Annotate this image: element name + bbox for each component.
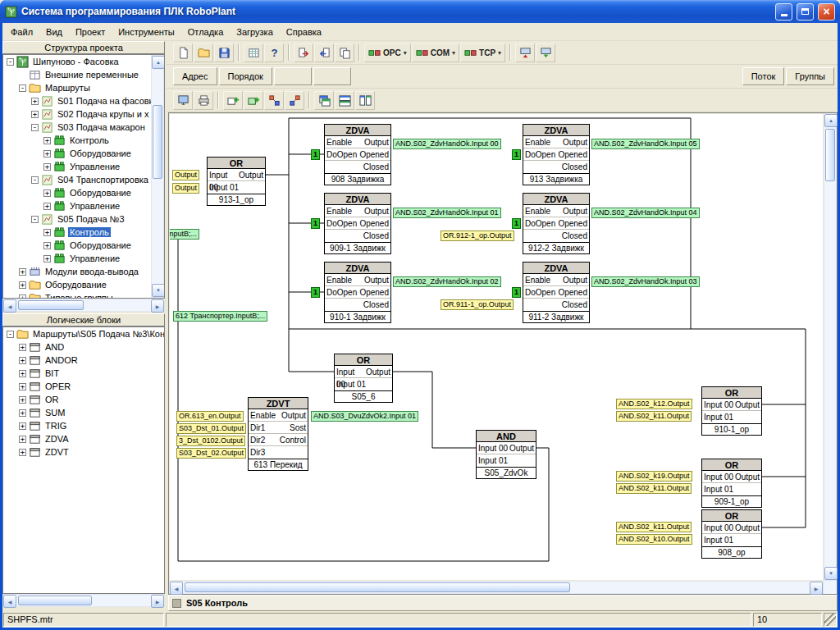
- constant-label[interactable]: 1: [311, 218, 320, 229]
- tree-label[interactable]: Маршруты: [43, 83, 92, 93]
- block-or-910-1-op[interactable]: ORInput 00OutputInput 01910-1_op: [701, 386, 762, 436]
- expand-icon[interactable]: +: [43, 242, 51, 249]
- signal-label[interactable]: AND.S02_ZdvHandOk.Input 01: [393, 208, 501, 218]
- page-bar[interactable]: S05 Контроль: [168, 595, 838, 611]
- import-doc-button[interactable]: [314, 43, 334, 62]
- tree-label[interactable]: S04 Транспортировка: [56, 175, 150, 185]
- horizontal-scrollbar[interactable]: ◀▶: [2, 299, 165, 312]
- block-zdva-909-1[interactable]: ZDVAEnableOutputDoOpenOpenedClosed909-1 …: [324, 193, 391, 254]
- expand-icon[interactable]: +: [19, 370, 26, 377]
- signal-label[interactable]: 3_Dst_0102.Output: [176, 436, 245, 446]
- tree-item[interactable]: +Оборудование: [3, 239, 151, 252]
- collapse-icon[interactable]: -: [19, 84, 26, 92]
- expand-icon[interactable]: +: [43, 137, 51, 144]
- read-plc-button[interactable]: [536, 43, 555, 62]
- scroll-thumb[interactable]: [185, 582, 570, 592]
- tree-label[interactable]: Оборудование: [68, 148, 133, 158]
- tree-label[interactable]: Оборудование: [68, 188, 133, 198]
- menu-project[interactable]: Проект: [69, 25, 112, 39]
- print-button[interactable]: [194, 91, 213, 110]
- title-bar[interactable]: Система программирования ПЛК RoboPlant ×: [0, 0, 840, 23]
- tree-label[interactable]: Модули ввода-вывода: [43, 267, 140, 276]
- diagram-canvas[interactable]: ORInput 00OutputInput 01913-1_opZDVAEnab…: [170, 114, 823, 580]
- tree-item[interactable]: +Оборудование: [3, 278, 151, 291]
- layout-vertical-button[interactable]: [355, 91, 375, 110]
- tree-label[interactable]: S02 Подача крупы и х: [56, 109, 151, 119]
- menu-file[interactable]: Файл: [4, 25, 39, 39]
- opc-dropdown[interactable]: OPC▾: [364, 43, 411, 62]
- tree-item[interactable]: -S04 Транспортировка: [3, 173, 151, 186]
- collapse-icon[interactable]: -: [7, 58, 14, 66]
- tree-item[interactable]: +Типовые группы: [3, 291, 151, 298]
- expand-icon[interactable]: +: [43, 229, 51, 236]
- signal-label[interactable]: OR.613_en.Output: [176, 411, 244, 422]
- block-zdva-912-2[interactable]: ZDVAEnableOutputDoOpenOpenedClosed912-2 …: [523, 193, 590, 254]
- constant-label[interactable]: 1: [512, 218, 521, 229]
- tree-label[interactable]: Контроль: [68, 135, 111, 145]
- layout-horizontal-button[interactable]: [335, 91, 354, 110]
- blank-button-1[interactable]: [274, 67, 312, 85]
- write-plc-button[interactable]: [515, 43, 535, 62]
- signal-label[interactable]: AND.S02_k10.Output: [616, 534, 692, 545]
- tree-item[interactable]: -S03 Подача макарон: [3, 121, 151, 134]
- collapse-icon[interactable]: -: [7, 331, 14, 338]
- signal-label[interactable]: AND.S02_k11.Output: [616, 522, 692, 532]
- tree-item[interactable]: +Управление: [3, 252, 151, 265]
- tree-item[interactable]: +Контроль: [3, 134, 151, 147]
- tree-label[interactable]: Оборудование: [68, 240, 133, 250]
- tree-label[interactable]: Внешние переменные: [43, 70, 140, 80]
- menu-tools[interactable]: Инструменты: [112, 25, 181, 39]
- groups-button[interactable]: Группы: [786, 67, 834, 85]
- export-doc-button[interactable]: [294, 43, 313, 62]
- block-zdva-913[interactable]: ZDVAEnableOutputDoOpenOpenedClosed913 За…: [523, 124, 590, 185]
- tree-item[interactable]: +Оборудование: [3, 186, 151, 199]
- signal-label[interactable]: AND.S02_k11.Output: [616, 483, 692, 494]
- tree-label[interactable]: Шипуново - Фасовка: [31, 57, 121, 66]
- monitor-button[interactable]: [173, 91, 193, 110]
- scroll-down-icon[interactable]: ▼: [824, 567, 838, 580]
- tree-item[interactable]: +Модули ввода-вывода: [3, 265, 151, 278]
- collapse-icon[interactable]: -: [31, 216, 39, 223]
- save-button[interactable]: [214, 43, 234, 62]
- open-button[interactable]: [194, 43, 213, 62]
- tree-label[interactable]: Маршруты\S05 Подача №3\Контроль: [31, 329, 164, 339]
- signal-label[interactable]: OR.911-1_op.Output: [441, 299, 514, 310]
- tree-label[interactable]: SUM: [43, 408, 66, 418]
- block-zdva-911-2[interactable]: ZDVAEnableOutputDoOpenOpenedClosed911-2 …: [523, 262, 590, 323]
- tree-item[interactable]: +Управление: [3, 160, 151, 173]
- tree-label[interactable]: Управление: [68, 162, 121, 171]
- tree-item[interactable]: +Управление: [3, 199, 151, 212]
- expand-icon[interactable]: +: [19, 422, 26, 430]
- tree-item[interactable]: +BIT: [3, 367, 164, 380]
- expand-icon[interactable]: +: [43, 255, 51, 262]
- tree-item[interactable]: +TRIG: [3, 419, 164, 432]
- expand-icon[interactable]: +: [19, 449, 26, 456]
- expand-icon[interactable]: +: [43, 203, 51, 210]
- scroll-right-icon[interactable]: ▶: [810, 582, 823, 595]
- constant-label[interactable]: 1: [311, 149, 320, 160]
- block-or-913-1[interactable]: ORInput 00OutputInput 01913-1_op: [207, 157, 266, 206]
- add-group-button[interactable]: [244, 91, 263, 110]
- tree-item[interactable]: -S05 Подача №3: [3, 212, 151, 226]
- block-or-909-1-op[interactable]: ORInput 00OutputInput 01909-1_op: [701, 459, 762, 508]
- expand-icon[interactable]: +: [31, 98, 39, 105]
- block-and-s05-zdvok[interactable]: ANDInput 00OutputInput 01S05_ZdvOk: [476, 430, 536, 479]
- tree-label[interactable]: Управление: [68, 253, 121, 263]
- tree-label[interactable]: Типовые группы: [43, 293, 115, 298]
- tree-label[interactable]: Контроль: [68, 227, 111, 237]
- tree-item[interactable]: -Шипуново - Фасовка: [3, 55, 151, 68]
- tree-label[interactable]: S03 Подача макарон: [56, 122, 147, 132]
- scroll-thumb[interactable]: [18, 300, 84, 310]
- scroll-up-icon[interactable]: ▲: [152, 56, 165, 69]
- tree-item[interactable]: +ANDOR: [3, 354, 164, 367]
- expand-icon[interactable]: +: [19, 357, 26, 364]
- signal-label[interactable]: AND.S03_DvuZdvOk2.Input 01: [311, 411, 418, 422]
- expand-icon[interactable]: +: [19, 268, 26, 276]
- blocks-tree[interactable]: -Маршруты\S05 Подача №3\Контроль+AND+AND…: [2, 326, 165, 594]
- tree-item[interactable]: +ZDVT: [3, 445, 164, 459]
- expand-icon[interactable]: +: [19, 436, 26, 443]
- order-button[interactable]: Порядок: [219, 67, 272, 85]
- order-red-button[interactable]: [264, 91, 284, 110]
- tree-label[interactable]: ZDVA: [43, 434, 71, 444]
- signal-label[interactable]: AND.S02_k19.Output: [616, 471, 692, 482]
